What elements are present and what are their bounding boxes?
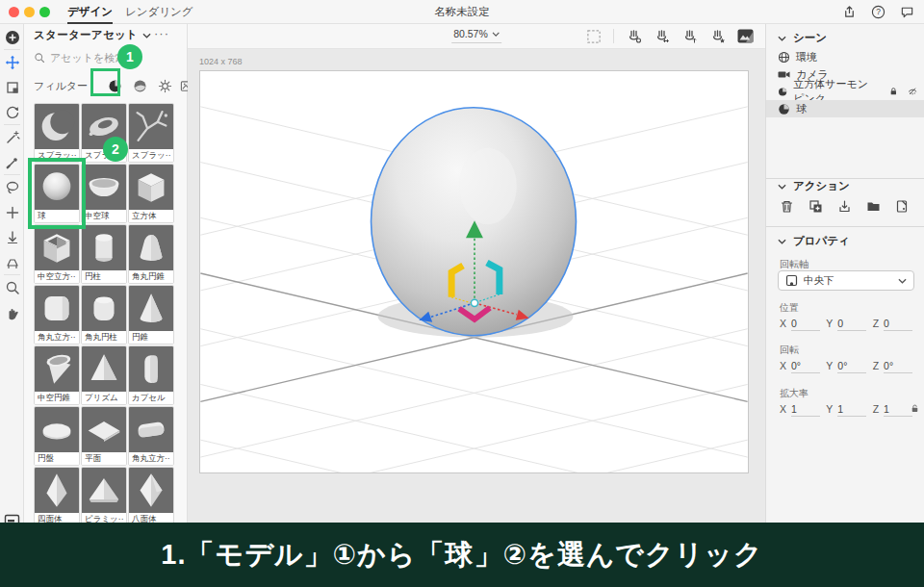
zoom-window-button[interactable]	[39, 7, 50, 17]
asset-tile-hollow-cube[interactable]: 中空立方··	[34, 224, 80, 284]
model-icon	[778, 103, 790, 115]
tab-render[interactable]: レンダリング	[125, 0, 193, 24]
scale-x-field[interactable]: 1	[791, 403, 820, 417]
lasso-icon[interactable]	[4, 179, 20, 195]
actions-section-header[interactable]: アクション	[778, 179, 850, 193]
asset-tile-splash-1[interactable]: スプラッ··	[34, 103, 80, 163]
pivot-position-icon	[785, 274, 798, 287]
rotation-y-field[interactable]: 0°	[837, 360, 866, 373]
scene-section-header[interactable]: シーン	[778, 31, 827, 45]
asset-tile-pyramid[interactable]: ピラミッ··	[81, 467, 127, 526]
scale-fields: X1 Y1 Z1	[780, 403, 919, 417]
file-icon[interactable]	[895, 199, 910, 214]
model-icon	[778, 86, 787, 98]
scene-item-environment[interactable]: 環境	[766, 48, 924, 65]
sphere-highlight	[459, 148, 517, 225]
hidden-eye-icon[interactable]	[908, 86, 917, 97]
horizon-tool-icon[interactable]	[4, 254, 20, 270]
canvas-toolbar: 80.57%	[188, 24, 765, 49]
position-x-field[interactable]: 0	[791, 318, 820, 331]
camera-bookmark-icon[interactable]	[709, 28, 726, 44]
asset-tile-rounded-cone[interactable]: 角丸円錐	[128, 224, 174, 284]
hand-tool-icon[interactable]	[4, 304, 20, 320]
asset-tile-cube[interactable]: 立方体	[128, 164, 174, 223]
close-button[interactable]	[9, 7, 19, 17]
position-z-field[interactable]: 0	[884, 318, 912, 331]
scene-item-sphere[interactable]: 球	[766, 100, 924, 117]
scene-item-cube-salmon-pink[interactable]: 立方体サーモンピンク	[766, 83, 924, 100]
asset-search	[34, 49, 178, 66]
asset-tile-cylinder[interactable]: 円柱	[81, 224, 127, 284]
lights-filter-icon[interactable]	[156, 77, 173, 94]
globe-icon	[778, 51, 790, 64]
scale-tool-icon[interactable]	[4, 79, 20, 95]
panel-menu-button[interactable]: ···	[154, 26, 169, 40]
help-icon[interactable]: ?	[871, 5, 886, 19]
artboard-size-label: 1024 x 768	[199, 57, 243, 66]
crosshair-icon[interactable]	[4, 204, 20, 220]
magic-wand-icon[interactable]	[4, 129, 20, 145]
camera-icon	[778, 68, 790, 81]
asset-tile-hollow-cone[interactable]: 中空円錐	[34, 345, 80, 405]
instruction-bar: 1.「モデル」①から「球」②を選んでクリック	[0, 523, 924, 587]
folder-icon[interactable]	[866, 199, 881, 214]
gizmo-origin[interactable]	[471, 299, 477, 306]
share-icon[interactable]	[842, 5, 857, 19]
models-filter-highlight-box	[90, 68, 120, 96]
step-1-badge: 1	[117, 44, 142, 69]
assets-panel-title[interactable]: スターターアセット	[34, 28, 151, 42]
render-preview-icon[interactable]	[737, 29, 754, 43]
asset-tile-prism[interactable]: プリズム	[81, 345, 127, 405]
rotation-fields: X0° Y0° Z0°	[780, 360, 919, 373]
delete-icon[interactable]	[780, 199, 794, 214]
viewport-3d[interactable]: 1024 x 768	[188, 49, 765, 523]
comment-icon[interactable]	[900, 5, 914, 19]
camera-orbit-icon[interactable]	[626, 28, 642, 44]
asset-tile-disc[interactable]: 円盤	[34, 406, 80, 466]
rotation-x-field[interactable]: 0°	[791, 360, 820, 373]
marquee-zoom-icon[interactable]	[586, 29, 602, 44]
tab-design[interactable]: デザイン	[67, 0, 113, 24]
asset-tile-rounded-plane[interactable]: 角丸立方··	[128, 406, 174, 466]
scene-render	[200, 71, 748, 472]
artboard	[199, 70, 749, 473]
position-y-field[interactable]: 0	[837, 318, 866, 331]
zoom-level-dropdown[interactable]: 80.57%	[451, 28, 501, 43]
asset-tile-octahedron[interactable]: 八面体	[128, 467, 174, 526]
search-icon	[34, 52, 45, 64]
asset-tile-tetrahedron[interactable]: 四面体	[34, 467, 80, 526]
chevron-down-icon	[778, 239, 786, 244]
export-icon[interactable]	[837, 199, 852, 214]
asset-tile-hollow-sphere[interactable]: 中空球	[81, 164, 127, 223]
drop-to-ground-icon[interactable]	[4, 229, 20, 245]
materials-filter-icon[interactable]	[131, 77, 148, 94]
pivot-dropdown[interactable]: 中央下	[778, 270, 914, 291]
asset-tile-rounded-cube[interactable]: 角丸立方··	[34, 285, 80, 345]
sampler-icon[interactable]	[4, 154, 20, 170]
lock-icon[interactable]	[889, 86, 898, 97]
camera-dolly-icon[interactable]	[681, 28, 698, 44]
asset-tile-rounded-cylinder[interactable]: 角丸円柱	[81, 285, 127, 345]
position-label: 位置	[780, 301, 799, 315]
duplicate-icon[interactable]	[808, 199, 823, 214]
rotation-z-field[interactable]: 0°	[884, 360, 912, 373]
rotate-tool-icon[interactable]	[4, 104, 20, 120]
scale-z-field[interactable]: 1	[884, 403, 912, 417]
properties-section-header[interactable]: プロパティ	[778, 234, 850, 248]
add-icon[interactable]	[4, 29, 20, 45]
document-title: 名称未設定	[434, 0, 490, 24]
asset-tile-cone[interactable]: 円錐	[128, 285, 174, 345]
chevron-down-icon	[778, 36, 786, 41]
asset-tile-splash-3[interactable]: スプラッ··	[128, 103, 174, 163]
asset-tile-capsule[interactable]: カプセル	[128, 345, 174, 405]
move-tool-icon[interactable]	[4, 54, 20, 70]
asset-tile-plane[interactable]: 平面	[81, 406, 127, 466]
canvas-area: 80.57% 1024 x 768	[188, 24, 765, 523]
scale-y-field[interactable]: 1	[837, 403, 866, 417]
minimize-button[interactable]	[24, 7, 35, 17]
camera-pan-icon[interactable]	[654, 28, 670, 44]
zoom-tool-icon[interactable]	[4, 279, 20, 295]
right-panel: シーン 環境 カメラ 立方体サーモンピンク 球 アクション	[765, 24, 924, 523]
rotation-label: 回転	[780, 344, 799, 357]
scale-lock-icon[interactable]	[911, 403, 919, 414]
